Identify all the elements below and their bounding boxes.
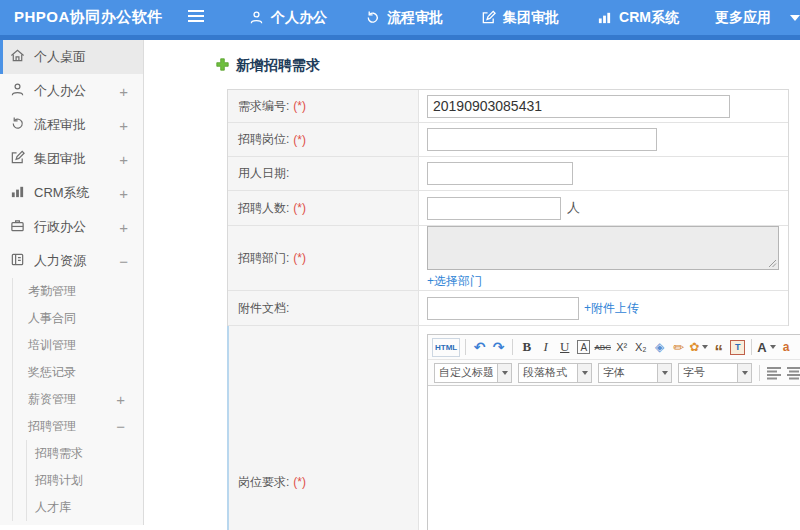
sidebar-item-recruit-plan[interactable]: 招聘计划	[27, 467, 143, 494]
hr-book-icon	[10, 252, 25, 270]
required-mark: (*)	[293, 201, 306, 215]
chevron-down-icon	[662, 371, 668, 375]
edit-square-icon	[481, 10, 496, 25]
bold-button[interactable]: B	[518, 338, 535, 357]
italic-button[interactable]: I	[537, 338, 554, 357]
expand-plus-icon[interactable]: +	[119, 118, 128, 133]
chevron-down-icon	[702, 345, 708, 349]
expand-plus-icon[interactable]: +	[119, 220, 128, 235]
editor-content-area[interactable]	[428, 386, 800, 530]
field-label: 用人日期:	[228, 157, 419, 190]
sidebar-item-label: 人才库	[35, 499, 71, 516]
process-icon	[10, 116, 25, 134]
sidebar-item-recruit-mgmt[interactable]: 招聘管理 −	[13, 413, 143, 440]
sidebar-item-label: 招聘计划	[35, 472, 83, 489]
align-center-button[interactable]	[786, 366, 800, 380]
sidebar-item-group-approval[interactable]: 集团审批 +	[0, 142, 143, 176]
topnav-label: 个人办公	[271, 9, 327, 27]
topbar: PHPOA协同办公软件 个人办公 流程审批 集团审批 CRM系	[0, 0, 800, 40]
form-row-attachment: 附件文档: +附件上传	[228, 291, 788, 326]
sidebar-item-label: 个人桌面	[34, 48, 86, 66]
redo-button[interactable]: ↷	[490, 338, 507, 357]
sidebar-item-label: CRM系统	[34, 184, 90, 202]
align-left-button[interactable]	[766, 366, 782, 380]
sidebar-item-label: 招聘管理	[28, 418, 76, 435]
subscript-button[interactable]: X₂	[632, 338, 649, 357]
font-style-button[interactable]: A	[577, 340, 590, 354]
sidebar-item-personal-office[interactable]: 个人办公 +	[0, 74, 143, 108]
eraser-button[interactable]: ◈	[651, 338, 668, 357]
upload-attachment-link[interactable]: +附件上传	[584, 300, 639, 317]
field-label: 招聘岗位: (*)	[228, 123, 419, 156]
department-textarea[interactable]	[427, 226, 779, 270]
form-row-position: 招聘岗位: (*)	[228, 123, 788, 157]
collapse-minus-icon[interactable]: −	[119, 254, 128, 269]
sidebar-item-rewards[interactable]: 奖惩记录	[13, 359, 143, 386]
attachment-input[interactable]	[427, 297, 579, 320]
collapse-minus-icon[interactable]: −	[116, 419, 125, 434]
sidebar-item-crm[interactable]: CRM系统 +	[0, 176, 143, 210]
font-size-select[interactable]: 字号	[678, 363, 752, 383]
emoticon-button[interactable]: ✿	[689, 338, 708, 357]
hire-date-input[interactable]	[427, 162, 573, 185]
request-no-input[interactable]	[427, 95, 730, 118]
main-content: 新增招聘需求 需求编号: (*) 招聘岗位: (*)	[144, 40, 800, 525]
headcount-input[interactable]	[427, 197, 561, 220]
font-family-select[interactable]: 字体	[598, 363, 672, 383]
plus-icon	[216, 58, 229, 74]
undo-button[interactable]: ↶	[471, 338, 488, 357]
toolbar-separator	[759, 365, 760, 381]
sidebar-item-recruit-request[interactable]: 招聘需求	[27, 440, 143, 467]
sidebar-item-label: 集团审批	[34, 150, 86, 168]
sidebar-hr-submenu: 考勤管理 人事合同 培训管理 奖惩记录 薪资管理 + 招聘管理 − 招聘需求	[12, 278, 143, 521]
expand-plus-icon[interactable]: +	[119, 152, 128, 167]
highlight-button[interactable]: a	[778, 338, 795, 357]
menu-toggle-button[interactable]	[187, 9, 205, 27]
required-mark: (*)	[293, 475, 306, 489]
superscript-button[interactable]: X²	[613, 338, 630, 357]
toolbar-separator	[751, 339, 752, 355]
form-row-request-no: 需求编号: (*)	[228, 90, 788, 123]
topnav-group-approval[interactable]: 集团审批	[481, 9, 559, 27]
html-source-button[interactable]: HTML	[432, 338, 460, 357]
strikethrough-button[interactable]: ABC	[594, 338, 611, 357]
sidebar-item-label: 流程审批	[34, 116, 86, 134]
resize-handle-icon[interactable]	[768, 259, 777, 268]
topnav-more-apps[interactable]: 更多应用	[715, 9, 800, 27]
sidebar-item-admin-office[interactable]: 行政办公 +	[0, 210, 143, 244]
paste-button[interactable]: T	[730, 340, 745, 355]
sidebar-item-personal-desktop[interactable]: 个人桌面	[0, 40, 143, 74]
sidebar-item-salary[interactable]: 薪资管理 +	[13, 386, 143, 413]
font-color-button[interactable]: A	[757, 338, 775, 357]
sidebar-item-hr[interactable]: 人力资源 −	[0, 244, 143, 278]
sidebar-item-talent-pool[interactable]: 人才库	[27, 494, 143, 521]
edit-square-icon	[10, 150, 25, 168]
position-input[interactable]	[427, 128, 657, 151]
field-label: 招聘部门: (*)	[228, 226, 419, 290]
sidebar-item-process-approval[interactable]: 流程审批 +	[0, 108, 143, 142]
topnav-process-approval[interactable]: 流程审批	[365, 9, 443, 27]
sidebar-item-attendance[interactable]: 考勤管理	[13, 278, 143, 305]
expand-plus-icon[interactable]: +	[119, 84, 128, 99]
select-department-link[interactable]: +选择部门	[427, 273, 482, 290]
expand-plus-icon[interactable]: +	[119, 186, 128, 201]
format-brush-button[interactable]: ✏	[670, 338, 687, 357]
sidebar-item-hr-contract[interactable]: 人事合同	[13, 305, 143, 332]
underline-button[interactable]: U	[556, 338, 573, 357]
custom-title-select[interactable]: 自定义标题	[434, 363, 512, 383]
topnav-crm[interactable]: CRM系统	[597, 9, 679, 27]
hamburger-icon	[187, 9, 205, 27]
toolbar-separator	[465, 339, 466, 355]
blockquote-button[interactable]: “	[710, 338, 727, 357]
expand-plus-icon[interactable]: +	[116, 392, 125, 407]
sidebar-item-label: 个人办公	[34, 82, 86, 100]
topnav-personal-office[interactable]: 个人办公	[249, 9, 327, 27]
page-title: 新增招聘需求	[144, 40, 800, 75]
editor-row-accent	[227, 326, 229, 530]
paragraph-format-select[interactable]: 段落格式	[518, 363, 592, 383]
form-row-headcount: 招聘人数: (*) 人	[228, 191, 788, 226]
required-mark: (*)	[293, 133, 306, 147]
chevron-down-icon	[790, 15, 800, 21]
chevron-down-icon	[742, 371, 748, 375]
sidebar-item-training[interactable]: 培训管理	[13, 332, 143, 359]
